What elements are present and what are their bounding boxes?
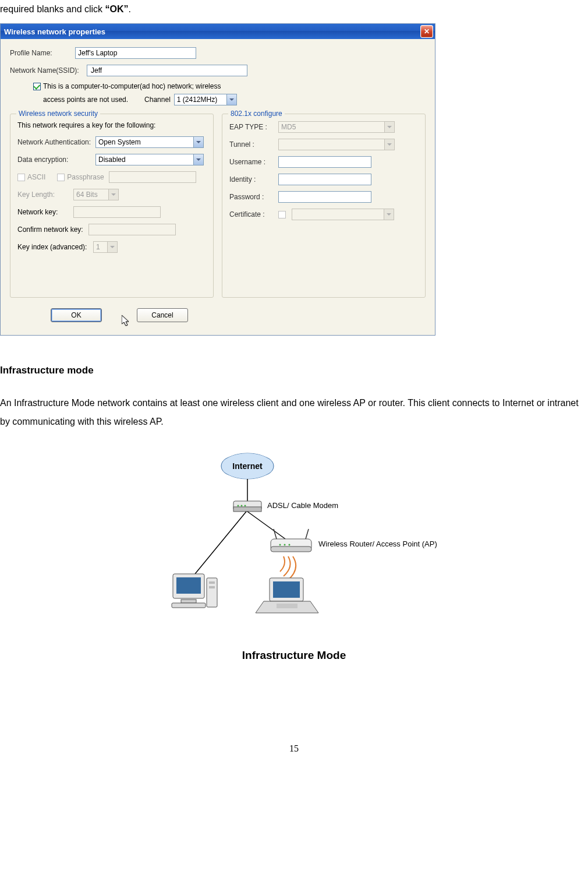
passphrase-checkbox xyxy=(57,174,65,181)
dot1x-group: 802.1x configure EAP TYPE : MD5 Tunnel : xyxy=(222,114,426,298)
wireless-signal-icon xyxy=(280,556,296,581)
ok-button[interactable]: OK xyxy=(51,308,102,322)
username-label: Username : xyxy=(229,158,278,166)
confirmkey-input xyxy=(88,224,176,235)
networkkey-label: Network key: xyxy=(17,208,73,216)
adhoc-checkbox[interactable] xyxy=(33,83,41,90)
passphrase-label: Passphrase xyxy=(67,173,104,181)
svg-point-10 xyxy=(245,505,246,507)
svg-rect-26 xyxy=(209,586,215,588)
chevron-down-icon xyxy=(384,209,394,220)
infrastructure-heading: Infrastructure mode xyxy=(0,365,588,376)
laptop-icon xyxy=(256,578,318,613)
router-label: Wireless Router/ Access Point (AP) xyxy=(318,540,437,548)
adhoc-text-line2: access points are not used. xyxy=(43,96,128,104)
svg-rect-7 xyxy=(233,507,261,512)
keylength-value: 64 Bits xyxy=(74,191,108,199)
intro-bold: “OK” xyxy=(105,4,129,14)
chevron-down-icon xyxy=(108,189,118,200)
svg-rect-21 xyxy=(176,577,201,594)
ssid-label: Network Name(SSID): xyxy=(10,66,87,75)
ascii-label: ASCII xyxy=(27,173,45,181)
cursor-icon xyxy=(122,315,132,330)
svg-line-15 xyxy=(274,529,277,539)
encryption-value: Disabled xyxy=(96,156,193,164)
adhoc-text-line1: This is a computer-to-computer(ad hoc) n… xyxy=(43,82,221,90)
confirmkey-label: Confirm network key: xyxy=(17,225,88,234)
svg-line-12 xyxy=(195,512,246,574)
desktop-pc-icon xyxy=(172,574,217,608)
identity-input[interactable] xyxy=(278,174,371,185)
intro-line: required blanks and click “OK”. xyxy=(0,0,588,19)
diagram-svg: Internet ADSL/ Cable Modem Wireless Rout… xyxy=(131,449,457,641)
networkkey-input xyxy=(73,206,161,218)
internet-cloud-icon: Internet xyxy=(221,453,274,479)
ssid-input[interactable] xyxy=(90,66,247,75)
svg-rect-23 xyxy=(172,603,206,608)
modem-icon xyxy=(233,501,261,512)
eap-select: MD5 xyxy=(278,121,395,133)
infrastructure-body: An Infrastructure Mode network contains … xyxy=(0,394,588,431)
certificate-label: Certificate : xyxy=(229,210,278,218)
svg-point-18 xyxy=(284,544,286,546)
chevron-down-icon xyxy=(107,242,117,252)
svg-rect-30 xyxy=(277,604,297,608)
svg-marker-0 xyxy=(122,315,129,326)
profile-name-input[interactable] xyxy=(75,47,196,59)
eap-value: MD5 xyxy=(279,123,384,131)
requires-key-text: This network requires a key for the foll… xyxy=(17,121,206,129)
auth-label: Network Authentication: xyxy=(17,138,95,146)
wireless-properties-dialog: Wireless network properties ✕ Profile Na… xyxy=(0,23,435,336)
svg-rect-14 xyxy=(271,546,311,552)
page-number: 15 xyxy=(0,743,588,754)
profile-name-label: Profile Name: xyxy=(10,49,66,57)
auth-select[interactable]: Open System xyxy=(95,136,204,148)
channel-label: Channel xyxy=(144,96,171,104)
svg-line-16 xyxy=(306,529,309,539)
certificate-select xyxy=(292,209,394,220)
svg-point-8 xyxy=(238,505,239,507)
password-input[interactable] xyxy=(278,191,371,203)
keylength-label: Key Length: xyxy=(17,191,73,199)
intro-suffix: . xyxy=(129,4,131,14)
svg-line-11 xyxy=(247,512,285,539)
svg-rect-25 xyxy=(209,581,215,584)
chevron-down-icon xyxy=(193,154,203,165)
encryption-label: Data encryption: xyxy=(17,156,95,164)
svg-rect-28 xyxy=(273,581,300,598)
close-button[interactable]: ✕ xyxy=(420,25,433,38)
identity-label: Identity : xyxy=(229,175,278,184)
chevron-down-icon xyxy=(226,94,236,105)
username-input[interactable] xyxy=(278,156,371,168)
keyindex-value: 1 xyxy=(94,243,107,251)
intro-prefix: required blanks and click xyxy=(0,4,105,14)
dot1x-legend: 802.1x configure xyxy=(228,110,285,118)
infrastructure-diagram: Internet ADSL/ Cable Modem Wireless Rout… xyxy=(131,449,457,662)
keyindex-label: Key index (advanced): xyxy=(17,243,93,251)
ascii-checkbox xyxy=(17,174,25,181)
passphrase-input xyxy=(109,171,196,183)
keylength-select: 64 Bits xyxy=(73,189,119,200)
internet-label: Internet xyxy=(232,461,263,471)
chevron-down-icon xyxy=(384,122,394,132)
encryption-select[interactable]: Disabled xyxy=(95,154,204,165)
channel-value: 1 (2412MHz) xyxy=(175,96,226,104)
svg-point-19 xyxy=(289,544,291,546)
tunnel-label: Tunnel : xyxy=(229,140,278,149)
security-group: Wireless network security This network r… xyxy=(10,114,214,298)
channel-select[interactable]: 1 (2412MHz) xyxy=(174,94,237,105)
chevron-down-icon xyxy=(193,137,203,147)
diagram-caption: Infrastructure Mode xyxy=(131,649,457,662)
certificate-checkbox xyxy=(278,211,286,218)
tunnel-select xyxy=(278,139,395,150)
eap-label: EAP TYPE : xyxy=(229,123,278,131)
modem-label: ADSL/ Cable Modem xyxy=(267,501,338,510)
auth-value: Open System xyxy=(96,138,193,146)
chevron-down-icon xyxy=(384,139,394,150)
ssid-field[interactable] xyxy=(87,65,247,76)
svg-point-17 xyxy=(279,544,281,546)
close-icon: ✕ xyxy=(424,27,430,36)
cancel-button[interactable]: Cancel xyxy=(137,308,188,322)
security-legend: Wireless network security xyxy=(16,110,100,118)
titlebar[interactable]: Wireless network properties ✕ xyxy=(1,24,435,39)
